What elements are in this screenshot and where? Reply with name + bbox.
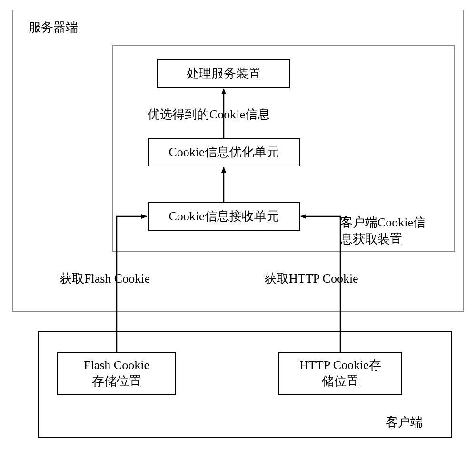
preferred-cookie-info-label: 优选得到的Cookie信息 — [148, 106, 270, 123]
client-cookie-device-label: 客户端Cookie信 息获取装置 — [340, 214, 426, 247]
processing-service-text: 处理服务装置 — [187, 66, 261, 82]
flash-cookie-storage-box: Flash Cookie 存储位置 — [57, 352, 176, 395]
http-cookie-storage-text: HTTP Cookie存 储位置 — [299, 357, 381, 390]
flash-cookie-storage-text: Flash Cookie 存储位置 — [84, 357, 149, 390]
get-flash-cookie-label: 获取Flash Cookie — [60, 270, 150, 287]
cookie-receive-unit-box: Cookie信息接收单元 — [148, 202, 300, 231]
processing-service-box: 处理服务装置 — [157, 59, 290, 88]
cookie-optimization-unit-box: Cookie信息优化单元 — [148, 138, 300, 166]
cookie-receive-unit-text: Cookie信息接收单元 — [169, 208, 278, 225]
get-http-cookie-label: 获取HTTP Cookie — [264, 270, 358, 287]
cookie-optimization-unit-text: Cookie信息优化单元 — [169, 144, 278, 160]
http-cookie-storage-box: HTTP Cookie存 储位置 — [278, 352, 402, 395]
client-label: 客户端 — [386, 414, 423, 430]
server-label: 服务器端 — [29, 19, 78, 36]
